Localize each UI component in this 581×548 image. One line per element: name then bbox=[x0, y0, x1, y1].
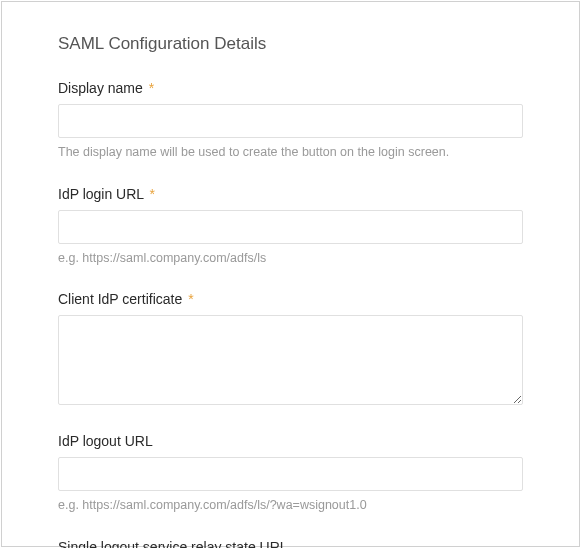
slo-relay-state-url-label: Single logout service relay state URL bbox=[58, 539, 523, 549]
idp-logout-url-help: e.g. https://saml.company.com/adfs/ls/?w… bbox=[58, 497, 523, 515]
saml-config-panel: SAML Configuration Details Display name … bbox=[1, 1, 580, 547]
client-idp-certificate-input[interactable] bbox=[58, 315, 523, 405]
idp-logout-url-field-group: IdP logout URL e.g. https://saml.company… bbox=[58, 433, 523, 515]
idp-logout-url-label-text: IdP logout URL bbox=[58, 433, 153, 449]
display-name-input[interactable] bbox=[58, 104, 523, 138]
client-idp-certificate-field-group: Client IdP certificate * bbox=[58, 291, 523, 409]
display-name-label-text: Display name bbox=[58, 80, 143, 96]
required-asterisk-icon: * bbox=[150, 186, 155, 202]
idp-login-url-label: IdP login URL * bbox=[58, 186, 523, 202]
idp-logout-url-label: IdP logout URL bbox=[58, 433, 523, 449]
idp-logout-url-input[interactable] bbox=[58, 457, 523, 491]
slo-relay-state-url-label-text: Single logout service relay state URL bbox=[58, 539, 288, 549]
idp-login-url-help: e.g. https://saml.company.com/adfs/ls bbox=[58, 250, 523, 268]
display-name-label: Display name * bbox=[58, 80, 523, 96]
required-asterisk-icon: * bbox=[188, 291, 193, 307]
slo-relay-state-url-field-group: Single logout service relay state URL e.… bbox=[58, 539, 523, 549]
client-idp-certificate-label-text: Client IdP certificate bbox=[58, 291, 182, 307]
client-idp-certificate-label: Client IdP certificate * bbox=[58, 291, 523, 307]
idp-login-url-input[interactable] bbox=[58, 210, 523, 244]
section-title: SAML Configuration Details bbox=[58, 34, 523, 54]
idp-login-url-label-text: IdP login URL bbox=[58, 186, 144, 202]
display-name-help: The display name will be used to create … bbox=[58, 144, 523, 162]
idp-login-url-field-group: IdP login URL * e.g. https://saml.compan… bbox=[58, 186, 523, 268]
display-name-field-group: Display name * The display name will be … bbox=[58, 80, 523, 162]
required-asterisk-icon: * bbox=[149, 80, 154, 96]
